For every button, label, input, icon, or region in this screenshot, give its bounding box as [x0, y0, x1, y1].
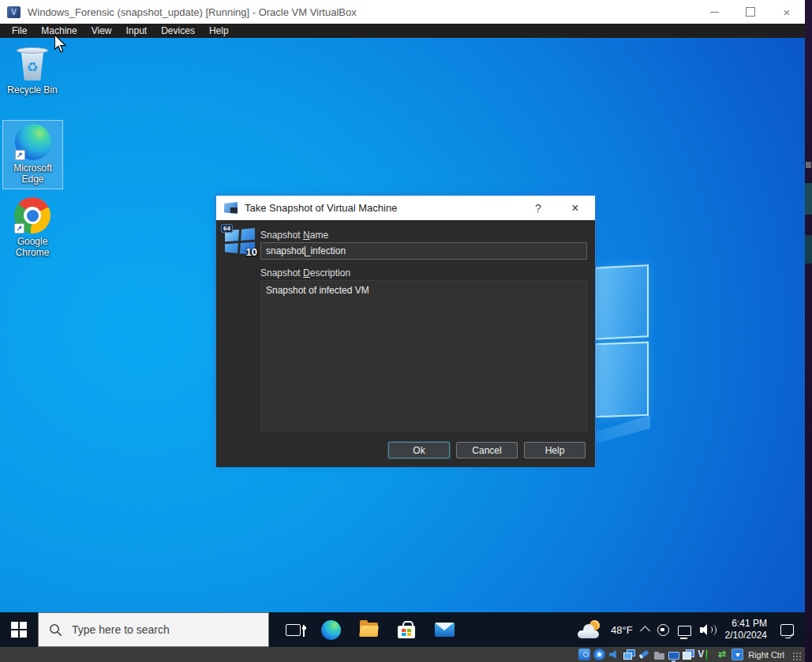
menu-help[interactable]: Help	[202, 24, 236, 38]
shortcut-arrow-icon: ↗	[14, 223, 24, 234]
task-view-button[interactable]	[274, 612, 312, 647]
mouse-cursor	[54, 35, 67, 53]
window-titlebar: V Windows_Forensic (snapshot_update) [Ru…	[0, 0, 805, 24]
task-view-icon	[286, 624, 301, 636]
taskbar-edge-button[interactable]	[312, 612, 350, 647]
search-box[interactable]: Type here to search	[38, 612, 269, 647]
volume-icon[interactable]	[700, 623, 717, 636]
microsoft-store-icon	[398, 621, 415, 638]
dialog-buttons: Ok Cancel Help	[216, 442, 586, 458]
features-icon[interactable]: V	[698, 649, 713, 660]
time: 6:41 PM	[725, 618, 767, 630]
audio-icon[interactable]	[608, 649, 620, 660]
host-key-label: Right Ctrl	[748, 650, 784, 660]
resize-grip[interactable]	[792, 652, 802, 661]
edge-icon	[321, 620, 341, 640]
meet-now-icon[interactable]	[657, 624, 669, 636]
maximize-button[interactable]	[732, 0, 769, 24]
keyboard-capture-icon[interactable]	[732, 649, 743, 660]
taskbar-app-icons	[274, 612, 463, 647]
desktop-icon-microsoft-edge[interactable]: ↗ Microsoft Edge	[2, 120, 63, 189]
tray-chevron-up-icon[interactable]	[640, 626, 650, 636]
start-button[interactable]	[0, 612, 38, 647]
desktop-icon-recycle-bin[interactable]: ♻ Recycle Bin	[0, 46, 65, 95]
wallpaper-window-logo-pane	[595, 342, 649, 417]
search-icon	[49, 623, 62, 637]
display-icon[interactable]	[668, 652, 679, 660]
window-controls: ×	[696, 0, 805, 24]
host-desktop-edge	[805, 0, 812, 662]
search-placeholder: Type here to search	[72, 623, 170, 636]
cancel-button[interactable]: Cancel	[456, 442, 518, 458]
ok-button[interactable]: Ok	[388, 442, 450, 458]
recycle-bin-icon: ♻	[14, 46, 51, 82]
windows-10-64bit-os-icon: 64 10	[225, 228, 255, 255]
shortcut-arrow-icon: ↗	[15, 150, 25, 160]
chrome-icon: ↗	[14, 197, 51, 234]
dialog-titlebar: Take Snapshot of Virtual Machine ? ×	[216, 196, 595, 220]
file-explorer-icon	[360, 623, 378, 637]
taskbar-store-button[interactable]	[387, 612, 425, 647]
menu-file[interactable]: File	[5, 24, 34, 38]
screen: V Windows_Forensic (snapshot_update) [Ru…	[0, 0, 812, 662]
close-button[interactable]: ×	[769, 0, 805, 24]
minimize-button[interactable]	[696, 0, 732, 24]
usb-icon[interactable]	[638, 649, 650, 660]
shared-folders-icon[interactable]	[653, 649, 665, 661]
date: 2/10/2024	[725, 630, 767, 641]
menu-view[interactable]: View	[84, 24, 119, 38]
menu-devices[interactable]: Devices	[154, 24, 202, 38]
taskbar-file-explorer-button[interactable]	[350, 612, 387, 647]
snapshot-dialog-icon	[224, 202, 238, 214]
help-button[interactable]: Help	[524, 442, 586, 458]
taskbar-clock[interactable]: 6:41 PM 2/10/2024	[725, 618, 767, 641]
cloud-icon	[578, 630, 599, 638]
snapshot-name-label: Snapshot Name	[260, 230, 328, 241]
virtualbox-vm-icon: V	[7, 6, 21, 18]
optical-disk-icon[interactable]	[593, 649, 605, 660]
dialog-title: Take Snapshot of Virtual Machine	[245, 202, 397, 214]
dialog-close-icon[interactable]: ×	[562, 196, 589, 220]
desktop-icon-google-chrome[interactable]: ↗ Google Chrome	[0, 197, 65, 258]
mail-icon	[435, 623, 455, 637]
snapshot-description-label: Snapshot Description	[260, 267, 350, 279]
mouse-integration-icon[interactable]: ⇄	[716, 649, 728, 660]
action-center-icon[interactable]	[780, 624, 794, 636]
menu-input[interactable]: Input	[119, 24, 155, 38]
hard-disk-icon[interactable]	[578, 649, 590, 660]
weather-icon[interactable]	[578, 620, 602, 639]
desktop-icon-label: Google Chrome	[0, 236, 65, 258]
network-icon[interactable]	[678, 626, 691, 636]
taskbar: Type here to search 48°F	[0, 612, 805, 647]
system-tray: 48°F 6:41 PM 2/10/2024	[578, 612, 794, 647]
window-title: Windows_Forensic (snapshot_update) [Runn…	[28, 6, 357, 18]
menubar: File Machine View Input Devices Help	[0, 24, 805, 38]
wallpaper-window-logo-pane	[595, 264, 649, 340]
recording-icon[interactable]	[683, 649, 694, 660]
virtualbox-statusbar: V ⇄ Right Ctrl	[0, 647, 805, 662]
desktop-icon-label: Microsoft Edge	[3, 163, 62, 185]
network-adapter-icon[interactable]	[623, 649, 635, 660]
take-snapshot-dialog: Take Snapshot of Virtual Machine ? × 64 …	[215, 195, 596, 466]
windows-start-icon	[11, 622, 27, 638]
dialog-help-icon[interactable]: ?	[526, 196, 550, 220]
taskbar-mail-button[interactable]	[425, 612, 463, 647]
temperature[interactable]: 48°F	[611, 624, 633, 636]
dialog-body: 64 10 Snapshot Name snapshot_infection S…	[216, 220, 595, 467]
snapshot-name-input[interactable]: snapshot_infection	[260, 242, 587, 260]
recycle-symbol-icon: ♻	[26, 59, 38, 76]
edge-icon: ↗	[15, 124, 51, 160]
desktop-icon-label: Recycle Bin	[7, 84, 57, 95]
snapshot-description-textarea[interactable]: Snapshot of infected VM	[260, 280, 587, 432]
